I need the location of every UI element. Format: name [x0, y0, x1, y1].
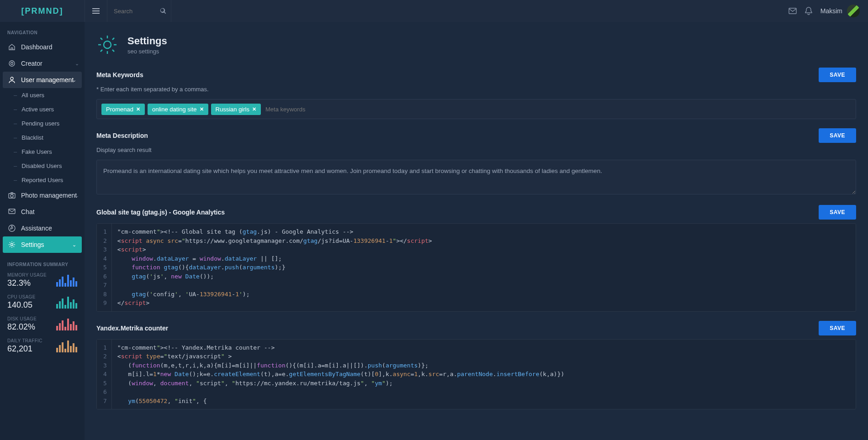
- section-title: Global site tag (gtag.js) - Google Analy…: [96, 209, 225, 216]
- home-icon: [7, 43, 16, 51]
- section-meta-keywords: Meta Keywords SAVE * Enter each item sep…: [85, 65, 868, 126]
- sidebar-sub-active-users[interactable]: Active users: [0, 102, 85, 116]
- top-header: [PRMND] Maksim: [0, 0, 868, 22]
- tag-remove-icon[interactable]: ✕: [252, 106, 256, 112]
- sidebar-item-label: User management: [21, 76, 74, 84]
- chevron-down-icon: ⌄: [75, 193, 79, 199]
- section-meta-description: Meta Description SAVE Display search res…: [85, 126, 868, 202]
- compass-icon: [7, 225, 16, 232]
- sidebar-item-label: Settings: [21, 241, 44, 248]
- mail-icon[interactable]: [789, 8, 797, 14]
- section-yandex: Yandex.Metrika counter SAVE 1234567 "cm-…: [85, 318, 868, 416]
- chevron-down-icon: ⌄: [72, 77, 76, 83]
- sidebar-item-settings[interactable]: Settings ⌄: [3, 236, 82, 253]
- user-icon: [7, 76, 16, 84]
- gtag-code-editor[interactable]: 123456789 "cm-comment"><!-- Global site …: [96, 223, 856, 312]
- info-cpu: CPU USAGE 140.05: [7, 294, 77, 310]
- sidebar-item-label: Assistance: [21, 225, 52, 232]
- info-heading: INFORMATION SUMMARY: [7, 257, 77, 272]
- code-content[interactable]: "cm-comment"><!-- Yandex.Metrika counter…: [112, 340, 856, 409]
- sidebar-sub-all-users[interactable]: All users: [0, 88, 85, 102]
- page-title: Settings: [127, 35, 167, 47]
- save-button-description[interactable]: SAVE: [819, 128, 856, 143]
- header-right: Maksim: [789, 5, 868, 17]
- camera-icon: [7, 192, 16, 199]
- save-button-gtag[interactable]: SAVE: [819, 205, 856, 220]
- main-content: Settings seo settings Meta Keywords SAVE…: [85, 0, 868, 416]
- user-management-submenu: All users Active users Pending users Bla…: [0, 88, 85, 187]
- logo[interactable]: [PRMND]: [0, 0, 85, 22]
- keyword-tag[interactable]: online dating site ✕: [148, 104, 208, 115]
- avatar: [847, 5, 860, 17]
- page-header: Settings seo settings: [85, 22, 868, 65]
- sidebar: NAVIGATION Dashboard Creator ⌄ User mana…: [0, 22, 85, 416]
- sparkline-memory: [56, 274, 77, 287]
- sidebar-item-chat[interactable]: Chat: [0, 204, 85, 220]
- section-title: Meta Description: [96, 132, 148, 139]
- save-button-yandex[interactable]: SAVE: [819, 321, 856, 335]
- sidebar-sub-fake-users[interactable]: Fake Users: [0, 145, 85, 159]
- section-title: Meta Keywords: [96, 71, 143, 79]
- svg-point-2: [9, 61, 15, 66]
- user-menu[interactable]: Maksim: [820, 5, 860, 17]
- sidebar-item-dashboard[interactable]: Dashboard: [0, 39, 85, 55]
- hamburger-icon: [92, 7, 100, 15]
- search-icon[interactable]: [160, 8, 166, 14]
- svg-rect-0: [789, 8, 796, 14]
- nav-heading: NAVIGATION: [0, 22, 85, 39]
- code-gutter: 123456789: [97, 224, 112, 311]
- settings-hero-icon: [96, 34, 118, 56]
- keyword-tag[interactable]: Promenad ✕: [101, 104, 145, 115]
- chat-icon: [7, 209, 16, 215]
- user-name: Maksim: [820, 7, 842, 15]
- section-gtag: Global site tag (gtag.js) - Google Analy…: [85, 202, 868, 318]
- info-memory: MEMORY USAGE 32.3%: [7, 272, 77, 288]
- search-input[interactable]: [114, 8, 164, 15]
- info-summary: INFORMATION SUMMARY MEMORY USAGE 32.3% C…: [0, 253, 85, 365]
- sidebar-item-user-management[interactable]: User management ⌄: [3, 72, 82, 88]
- sparkline-traffic: [56, 340, 77, 352]
- section-title: Yandex.Metrika counter: [96, 325, 168, 332]
- sidebar-item-creator[interactable]: Creator ⌄: [0, 55, 85, 72]
- sidebar-item-label: Dashboard: [21, 43, 53, 51]
- sidebar-item-label: Chat: [21, 208, 35, 215]
- meta-keywords-input[interactable]: Promenad ✕online dating site ✕Russian gi…: [96, 99, 856, 119]
- info-disk: DISK USAGE 82.02%: [7, 316, 77, 332]
- section-hint: Display search result: [96, 147, 856, 153]
- yandex-code-editor[interactable]: 1234567 "cm-comment"><!-- Yandex.Metrika…: [96, 339, 856, 410]
- chevron-down-icon: ⌄: [75, 61, 79, 67]
- menu-toggle[interactable]: [85, 0, 107, 22]
- gear-icon: [7, 241, 16, 248]
- svg-point-9: [104, 41, 111, 48]
- code-content[interactable]: "cm-comment"><!-- Global site tag (gtag.…: [112, 224, 856, 311]
- sidebar-item-assistance[interactable]: Assistance: [0, 220, 85, 236]
- svg-point-3: [11, 77, 13, 80]
- svg-rect-6: [9, 209, 15, 214]
- creator-icon: [7, 60, 16, 67]
- meta-keywords-text-input[interactable]: [264, 104, 344, 115]
- sparkline-disk: [56, 318, 77, 330]
- sidebar-sub-disabled-users[interactable]: Disabled Users: [0, 159, 85, 173]
- sidebar-item-label: Creator: [21, 60, 42, 67]
- sidebar-sub-blacklist[interactable]: Blacklist: [0, 131, 85, 145]
- keyword-tag[interactable]: Russian girls ✕: [211, 104, 261, 115]
- page-subtitle: seo settings: [127, 48, 167, 55]
- bell-icon[interactable]: [805, 7, 812, 15]
- sidebar-item-photo-management[interactable]: Photo management ⌄: [0, 187, 85, 204]
- section-hint: * Enter each item separated by a commas.: [96, 86, 856, 93]
- svg-point-8: [11, 244, 13, 246]
- svg-point-1: [11, 63, 13, 65]
- search-box: [107, 0, 171, 22]
- sparkline-cpu: [56, 296, 77, 309]
- sidebar-item-label: Photo management: [21, 192, 77, 199]
- sidebar-sub-pending-users[interactable]: Pending users: [0, 116, 85, 131]
- svg-point-5: [11, 194, 13, 197]
- tag-remove-icon[interactable]: ✕: [136, 106, 140, 112]
- info-traffic: DAILY TRAFFIC 62,201: [7, 338, 77, 354]
- save-button-keywords[interactable]: SAVE: [819, 68, 856, 82]
- code-gutter: 1234567: [97, 340, 112, 409]
- meta-description-textarea[interactable]: [96, 160, 856, 194]
- chevron-down-icon: ⌄: [72, 242, 76, 248]
- sidebar-sub-reported-users[interactable]: Reported Users: [0, 173, 85, 187]
- tag-remove-icon[interactable]: ✕: [200, 106, 204, 112]
